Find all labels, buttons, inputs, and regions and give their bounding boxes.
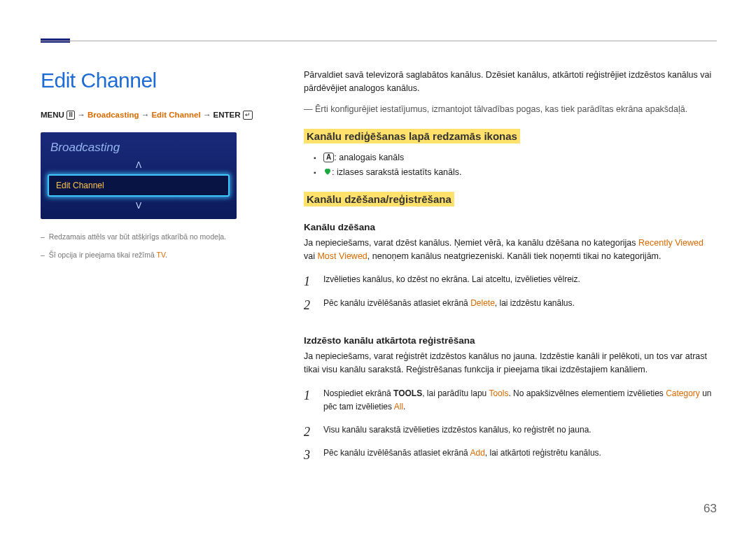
enter-label: ENTER — [214, 111, 241, 119]
intro-note: Ērti konfigurējiet iestatījumus, izmanto… — [304, 103, 714, 116]
sub-delete-body: Ja nepieciešams, varat dzēst kanālus. Ņe… — [304, 237, 714, 264]
reregister-steps: Nospiediet ekrānā TOOLS, lai parādītu la… — [304, 384, 714, 477]
chevron-up-icon: ᐱ — [41, 159, 237, 171]
section-icons-title: Kanālu rediģēšanas lapā redzamās ikonas — [304, 129, 520, 143]
ui-panel-item-edit-channel[interactable]: Edit Channel — [48, 174, 230, 197]
delete-steps: Izvēlieties kanālus, ko dzēst no ekrāna.… — [304, 270, 714, 326]
ui-panel: Broadcasting ᐱ Edit Channel ᐯ — [41, 132, 237, 219]
sub-reregister-body: Ja nepieciešams, varat reģistrēt izdzēst… — [304, 350, 714, 377]
bc-edit-channel: Edit Channel — [151, 111, 200, 119]
page-title: Edit Channel — [41, 69, 279, 92]
footnote-model: – Redzamais attēls var būt atšķirīgs atk… — [41, 232, 279, 243]
icon-legend-list: A: analogais kanāls : izlases sarakstā i… — [304, 150, 714, 186]
legend-analog: A: analogais kanāls — [314, 150, 714, 165]
sub-reregister-title: Izdzēsto kanālu atkārtota reģistrēšana — [304, 335, 714, 346]
intro-text: Pārvaldiet savā televizorā saglabātos ka… — [304, 69, 714, 96]
delete-step-1: Izvēlieties kanālus, ko dzēst no ekrāna.… — [304, 273, 714, 286]
legend-favorite: : izlases sarakstā iestatīts kanāls. — [314, 165, 714, 180]
sub-delete-title: Kanālu dzēšana — [304, 222, 714, 232]
analog-a-icon: A — [323, 153, 334, 162]
heart-icon — [323, 166, 332, 174]
page-number: 63 — [704, 502, 717, 516]
enter-icon: ↵ — [243, 111, 253, 120]
reregister-step-1: Nospiediet ekrānā TOOLS, lai parādītu la… — [304, 387, 714, 414]
footnote-tv: – Šī opcija ir pieejama tikai režīmā TV. — [41, 250, 279, 261]
breadcrumb: MENU Ⅲ → Broadcasting → Edit Channel → E… — [41, 109, 279, 121]
reregister-step-3: Pēc kanālu izvēlēšanās atlasiet ekrānā A… — [304, 447, 714, 460]
delete-step-2: Pēc kanālu izvēlēšanās atlasiet ekrānā D… — [304, 297, 714, 310]
ui-panel-title: Broadcasting — [41, 132, 237, 159]
menu-icon: Ⅲ — [66, 111, 75, 120]
chevron-down-icon: ᐯ — [41, 199, 237, 219]
bc-broadcasting: Broadcasting — [88, 111, 139, 119]
section-delete-register-title: Kanālu dzēšana/reģistrēšana — [304, 192, 454, 206]
menu-label: MENU — [41, 111, 64, 119]
reregister-step-2: Visu kanālu sarakstā izvēlieties izdzēst… — [304, 423, 714, 437]
